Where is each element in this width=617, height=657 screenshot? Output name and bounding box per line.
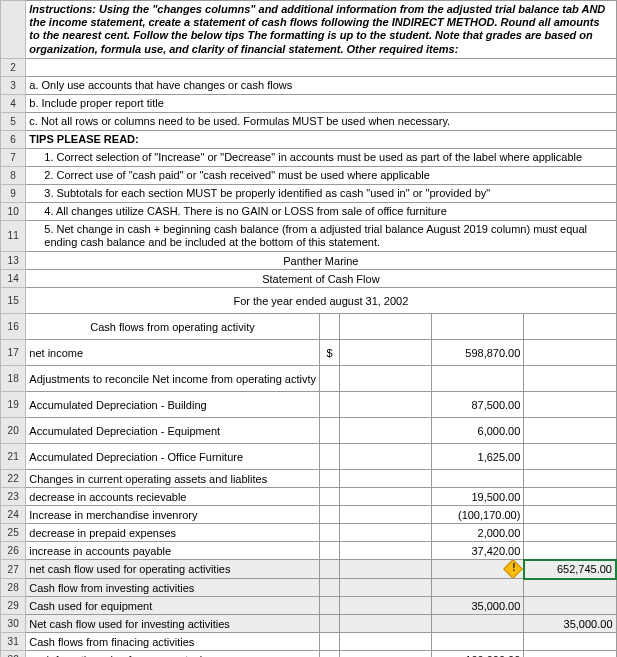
company-title: Panther Marine: [26, 252, 616, 270]
rownum: 2: [1, 58, 26, 76]
inc-inventory-value[interactable]: (100,170.00): [432, 506, 524, 524]
rownum: 14: [1, 270, 26, 288]
rownum: 16: [1, 314, 26, 340]
instr-a: a. Only use accounts that have changes o…: [26, 76, 616, 94]
sale-stock-value[interactable]: 100,000.00: [432, 651, 524, 657]
sale-stock-label: cash from the sale of common stock: [26, 651, 319, 657]
rownum: 18: [1, 366, 26, 392]
warning-icon: [503, 560, 523, 579]
rownum: 7: [1, 148, 26, 166]
inc-inventory-label: Increase in merchandise invenrory: [26, 506, 319, 524]
tip-5: 5. Net change in cash + beginning cash b…: [26, 220, 616, 251]
cash-equipment-value[interactable]: 35,000.00: [432, 597, 524, 615]
changes-header: Changes in current operating assets and …: [26, 470, 319, 488]
rownum: 4: [1, 94, 26, 112]
dec-ar-label: decrease in accounts recievable: [26, 488, 319, 506]
statement-title: Statement of Cash Flow: [26, 270, 616, 288]
dec-prepaid-value[interactable]: 2,000.00: [432, 524, 524, 542]
rownum: 26: [1, 542, 26, 560]
tips-header: TIPS PLEASE READ:: [26, 130, 616, 148]
dep-furniture-label: Accumulated Depreciation - Office Furnit…: [26, 444, 319, 470]
cash-equipment-label: Cash used for equipment: [26, 597, 319, 615]
dep-equipment-value[interactable]: 6,000.00: [432, 418, 524, 444]
net-income-value[interactable]: 598,870.00: [432, 340, 524, 366]
rownum: 24: [1, 506, 26, 524]
rownum: 5: [1, 112, 26, 130]
instructions-row: Instructions: Using the "changes columns…: [1, 1, 617, 59]
dec-prepaid-label: decrease in prepaid expenses: [26, 524, 319, 542]
rownum: 27: [1, 560, 26, 579]
net-op-value[interactable]: 652,745.00: [524, 560, 616, 579]
spreadsheet[interactable]: Instructions: Using the "changes columns…: [0, 0, 617, 657]
rownum: 10: [1, 202, 26, 220]
tip-1: 1. Correct selection of "Increase" or "D…: [26, 148, 616, 166]
inv-header: Cash flow from investing activities: [26, 579, 319, 597]
rownum: 8: [1, 166, 26, 184]
rownum: 11: [1, 220, 26, 251]
rownum: 29: [1, 597, 26, 615]
rownum: 6: [1, 130, 26, 148]
net-op-label: net cash flow used for operating activit…: [26, 560, 319, 579]
inc-ap-value[interactable]: 37,420.00: [432, 542, 524, 560]
op-header: Cash flows from operating activity: [26, 314, 319, 340]
instructions-text: Instructions: Using the "changes columns…: [26, 1, 616, 59]
rownum: 28: [1, 579, 26, 597]
rownum: 15: [1, 288, 26, 314]
adjustments-label: Adjustments to reconcile Net income from…: [26, 366, 319, 392]
net-inv-value[interactable]: 35,000.00: [524, 615, 616, 633]
rownum: 9: [1, 184, 26, 202]
rownum: 25: [1, 524, 26, 542]
dep-building-value[interactable]: 87,500.00: [432, 392, 524, 418]
rownum: 20: [1, 418, 26, 444]
dec-ar-value[interactable]: 19,500.00: [432, 488, 524, 506]
net-income-label: net income: [26, 340, 319, 366]
rownum: 23: [1, 488, 26, 506]
tip-4: 4. All changes utilize CASH. There is no…: [26, 202, 616, 220]
tip-2: 2. Correct use of "cash paid" or "cash r…: [26, 166, 616, 184]
rownum: 13: [1, 252, 26, 270]
inc-ap-label: increase in accounts payable: [26, 542, 319, 560]
rownum: 22: [1, 470, 26, 488]
warning-cell[interactable]: [432, 560, 524, 579]
fin-header: Cash flows from finacing activities: [26, 633, 319, 651]
dollar-sign: $: [319, 340, 340, 366]
dep-furniture-value[interactable]: 1,625.00: [432, 444, 524, 470]
instr-c: c. Not all rows or columns need to be us…: [26, 112, 616, 130]
instr-b: b. Include proper report title: [26, 94, 616, 112]
rownum: 17: [1, 340, 26, 366]
tip-3: 3. Subtotals for each section MUST be pr…: [26, 184, 616, 202]
rownum: 31: [1, 633, 26, 651]
dep-equipment-label: Accumulated Depreciation - Equipment: [26, 418, 319, 444]
rownum: 21: [1, 444, 26, 470]
dep-building-label: Accumulated Depreciation - Building: [26, 392, 319, 418]
rownum: 3: [1, 76, 26, 94]
net-inv-label: Net cash flow used for investing activit…: [26, 615, 319, 633]
rownum: 19: [1, 392, 26, 418]
rownum: 30: [1, 615, 26, 633]
rownum: 32: [1, 651, 26, 657]
period-title: For the year ended august 31, 2002: [26, 288, 616, 314]
